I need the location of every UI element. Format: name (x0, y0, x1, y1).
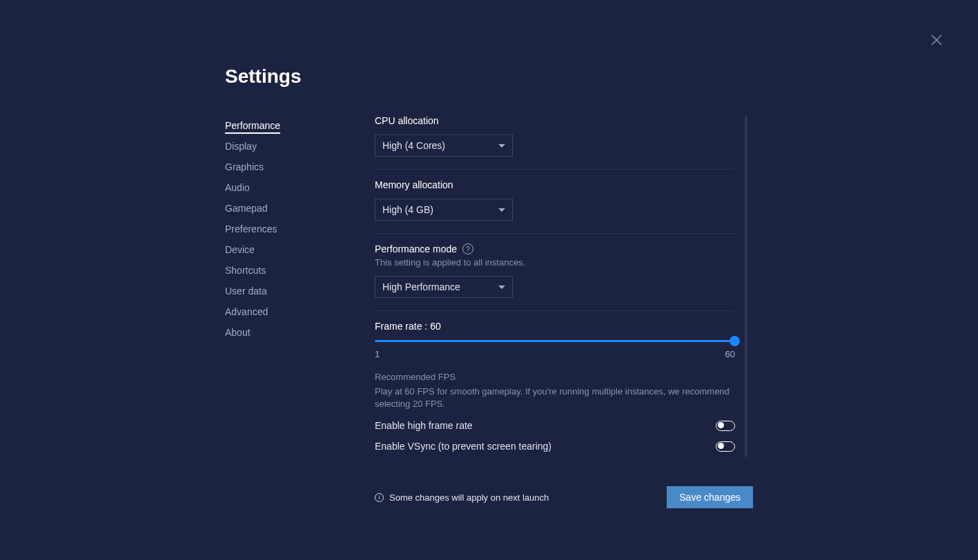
performance-mode-dropdown[interactable]: High Performance (375, 276, 513, 298)
sidebar-item-label: Preferences (225, 223, 277, 234)
help-icon[interactable]: ? (462, 243, 473, 254)
sidebar-item-shortcuts[interactable]: Shortcuts (225, 260, 375, 281)
sidebar-item-label: User data (225, 286, 267, 297)
frame-rate-label: Frame rate : 60 (375, 321, 735, 332)
sidebar-item-label: Gamepad (225, 203, 267, 214)
cpu-allocation-label: CPU allocation (375, 115, 735, 126)
sidebar-item-preferences[interactable]: Preferences (225, 219, 375, 239)
memory-allocation-label: Memory allocation (375, 179, 735, 190)
sidebar-item-gamepad[interactable]: Gamepad (225, 198, 375, 219)
sidebar-item-advanced[interactable]: Advanced (225, 301, 375, 322)
settings-panel: CPU allocation High (4 Cores) Memory all… (375, 115, 747, 459)
recommended-fps-desc: Play at 60 FPS for smooth gameplay. If y… (375, 386, 735, 410)
dropdown-value: High Performance (382, 281, 460, 292)
sidebar-item-label: Shortcuts (225, 265, 266, 276)
scrollbar[interactable] (745, 115, 747, 457)
info-message: Some changes will apply on next launch (389, 492, 549, 503)
sidebar-item-device[interactable]: Device (225, 239, 375, 260)
slider-min: 1 (375, 349, 380, 359)
vsync-label: Enable VSync (to prevent screen tearing) (375, 441, 551, 452)
sidebar-item-audio[interactable]: Audio (225, 177, 375, 198)
sidebar-item-label: Audio (225, 182, 250, 193)
sidebar-item-label: Advanced (225, 306, 268, 317)
performance-mode-subtext: This setting is applied to all instances… (375, 257, 735, 268)
high-frame-rate-toggle[interactable] (716, 421, 735, 431)
close-icon (930, 33, 943, 47)
dropdown-value: High (4 GB) (382, 204, 433, 215)
slider-max: 60 (725, 349, 735, 359)
sidebar-item-label: Performance (225, 120, 280, 134)
sidebar-item-label: Graphics (225, 161, 264, 172)
caret-down-icon (498, 286, 505, 289)
frame-rate-slider[interactable] (375, 340, 735, 342)
sidebar-item-label: Display (225, 141, 257, 152)
close-button[interactable] (930, 33, 943, 47)
sidebar-item-user-data[interactable]: User data (225, 281, 375, 301)
caret-down-icon (498, 208, 505, 212)
page-title: Settings (225, 66, 978, 88)
high-frame-rate-label: Enable high frame rate (375, 420, 473, 431)
vsync-toggle[interactable] (716, 441, 735, 452)
sidebar-item-graphics[interactable]: Graphics (225, 157, 375, 177)
info-icon: i (375, 493, 384, 502)
save-changes-button[interactable]: Save changes (667, 486, 753, 508)
info-text: i Some changes will apply on next launch (375, 492, 549, 503)
dropdown-value: High (4 Cores) (382, 140, 445, 151)
recommended-fps-title: Recommended FPS (375, 372, 735, 382)
sidebar-item-display[interactable]: Display (225, 136, 375, 157)
cpu-allocation-dropdown[interactable]: High (4 Cores) (375, 134, 513, 157)
sidebar-item-label: About (225, 327, 251, 338)
settings-sidebar: Performance Display Graphics Audio Gamep… (225, 115, 375, 508)
sidebar-item-label: Device (225, 244, 255, 255)
caret-down-icon (498, 144, 505, 148)
sidebar-item-about[interactable]: About (225, 322, 375, 343)
toggle-knob (718, 443, 724, 449)
toggle-knob (718, 422, 724, 428)
sidebar-item-performance[interactable]: Performance (225, 115, 375, 136)
performance-mode-label: Performance mode (375, 243, 457, 254)
memory-allocation-dropdown[interactable]: High (4 GB) (375, 199, 513, 221)
slider-thumb[interactable] (730, 336, 740, 346)
